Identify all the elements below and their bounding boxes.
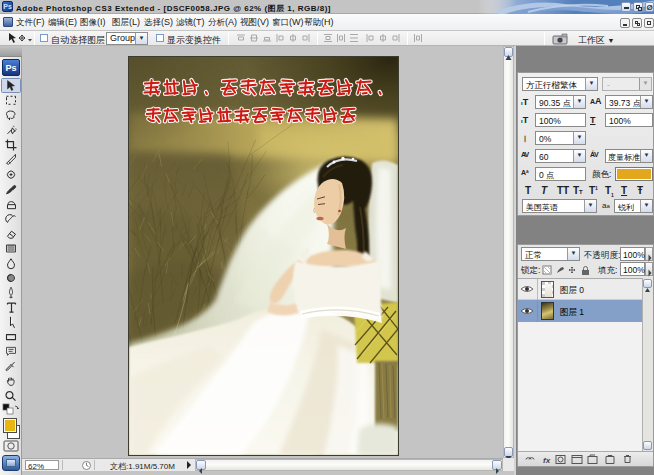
svg-text:fx: fx	[543, 456, 551, 465]
